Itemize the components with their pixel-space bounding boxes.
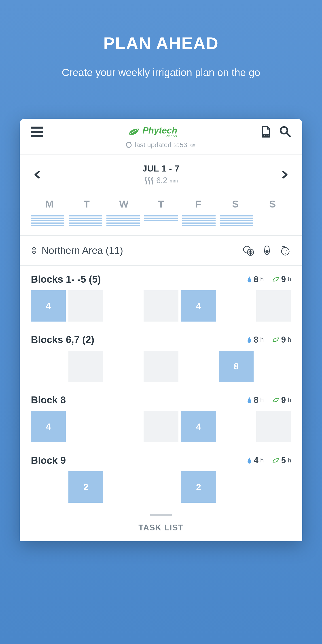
drawer-handle[interactable] <box>150 514 172 516</box>
drawer-title: TASK LIST <box>20 523 302 532</box>
next-week-button[interactable] <box>280 170 289 179</box>
last-updated-label: last updated <box>135 141 171 149</box>
day-bar[interactable] <box>144 215 178 226</box>
hero: PLAN AHEAD Create your weekly irrigation… <box>0 0 322 105</box>
irrigation-cell[interactable] <box>256 350 291 382</box>
citrus-icon[interactable] <box>243 245 254 256</box>
irrigation-cell[interactable]: 4 <box>181 411 216 442</box>
irrigation-cell[interactable] <box>181 350 216 382</box>
block-stats: 8h9h <box>247 335 291 344</box>
irrigation-cell[interactable] <box>219 471 254 503</box>
menu-icon[interactable] <box>31 126 44 138</box>
svg-point-10 <box>266 250 268 253</box>
irrigation-cell[interactable] <box>68 411 103 442</box>
area-selector[interactable]: Northern Area (11) <box>20 235 302 266</box>
block-header[interactable]: Block 88h9h <box>20 386 302 411</box>
irrigation-cell[interactable] <box>106 350 141 382</box>
irrigation-cell[interactable]: 2 <box>181 471 216 503</box>
hero-title: PLAN AHEAD <box>9 34 313 53</box>
irrigation-cell[interactable] <box>256 411 291 442</box>
date-range: JUL 1 - 7 <box>142 164 180 174</box>
block-stats: 4h5h <box>247 456 291 465</box>
irrigation-cell[interactable] <box>68 290 103 322</box>
drop-icon <box>247 276 252 283</box>
block-header[interactable]: Blocks 6,7 (2)8h9h <box>20 326 302 350</box>
day-sat: S <box>217 198 254 210</box>
irrigation-cell[interactable]: 4 <box>31 290 66 322</box>
svg-point-12 <box>284 250 284 251</box>
leaf-icon <box>272 397 279 403</box>
block-title: Blocks 1- -5 (5) <box>31 274 101 285</box>
day-wed: W <box>105 198 142 210</box>
day-thu: T <box>142 198 180 210</box>
search-icon[interactable] <box>280 126 291 138</box>
irrigation-cell[interactable]: 8 <box>219 350 254 382</box>
prev-week-button[interactable] <box>33 170 42 179</box>
leaf-icon <box>128 127 140 136</box>
orange-icon[interactable] <box>280 245 291 256</box>
block-grid: 44 <box>20 290 302 326</box>
irrigation-cell[interactable] <box>68 350 103 382</box>
irrigation-cell[interactable] <box>219 411 254 442</box>
day-sun: S <box>254 198 291 210</box>
block-title: Blocks 6,7 (2) <box>31 334 94 345</box>
xlsx-export-icon[interactable]: XLSX <box>262 126 270 138</box>
irrigation-cell[interactable] <box>106 290 141 322</box>
app-header: Phytech Planner XLSX <box>20 119 302 138</box>
last-updated: last updated 2:53 am <box>20 138 302 154</box>
app-card: Phytech Planner XLSX last upd <box>20 119 302 541</box>
area-name: Northern Area (11) <box>42 245 238 256</box>
hero-subtitle: Create your weekly irrigation plan on th… <box>9 66 313 78</box>
sort-icon <box>31 246 37 254</box>
svg-point-13 <box>286 250 287 251</box>
svg-line-3 <box>287 133 290 136</box>
irrigation-cell[interactable] <box>256 471 291 503</box>
evaporation-icon <box>144 176 154 184</box>
irrigation-cell[interactable] <box>31 471 66 503</box>
day-bar[interactable] <box>69 215 102 226</box>
leaf-icon <box>272 276 279 282</box>
recommended-hours: 9h <box>272 274 291 284</box>
day-bar[interactable] <box>31 215 64 226</box>
irrigation-cell[interactable]: 4 <box>31 411 66 442</box>
irrigation-cell[interactable] <box>144 471 178 503</box>
irrigation-cell[interactable] <box>144 290 178 322</box>
irrigation-cell[interactable] <box>219 290 254 322</box>
week-navigator: JUL 1 - 7 6.2 mm <box>20 154 302 192</box>
water-hours: 8h <box>247 274 264 284</box>
block-title: Block 9 <box>31 455 66 466</box>
avocado-icon[interactable] <box>261 245 273 256</box>
evap-value: 6.2 <box>156 176 168 185</box>
block-header[interactable]: Block 94h5h <box>20 447 302 471</box>
evapotranspiration: 6.2 mm <box>142 176 180 185</box>
irrigation-cell[interactable] <box>106 471 141 503</box>
recommended-hours: 9h <box>272 335 291 344</box>
day-summary-bars <box>20 214 302 235</box>
evap-unit: mm <box>170 178 178 184</box>
weekday-header: M T W T F S S <box>20 192 302 214</box>
refresh-icon <box>126 142 132 148</box>
irrigation-cell[interactable] <box>256 290 291 322</box>
day-fri: F <box>180 198 217 210</box>
day-bar[interactable] <box>220 215 253 226</box>
irrigation-cell[interactable] <box>106 411 141 442</box>
last-updated-ampm: am <box>190 142 196 148</box>
block-grid: 8 <box>20 350 302 386</box>
day-bar[interactable] <box>106 215 140 226</box>
recommended-hours: 5h <box>272 456 291 465</box>
block-section: Blocks 1- -5 (5)8h9h44 <box>20 266 302 326</box>
block-title: Block 8 <box>31 394 66 406</box>
day-bar[interactable] <box>182 215 216 226</box>
water-hours: 8h <box>247 395 264 405</box>
task-list-drawer[interactable]: TASK LIST <box>20 507 302 541</box>
irrigation-cell[interactable]: 4 <box>181 290 216 322</box>
irrigation-cell[interactable] <box>144 350 178 382</box>
block-stats: 8h9h <box>247 274 291 284</box>
irrigation-cell[interactable] <box>31 350 66 382</box>
irrigation-cell[interactable]: 2 <box>68 471 103 503</box>
irrigation-cell[interactable] <box>144 411 178 442</box>
block-header[interactable]: Blocks 1- -5 (5)8h9h <box>20 266 302 290</box>
drop-icon <box>247 457 252 464</box>
last-updated-time: 2:53 <box>174 141 187 149</box>
block-section: Block 88h9h44 <box>20 386 302 447</box>
